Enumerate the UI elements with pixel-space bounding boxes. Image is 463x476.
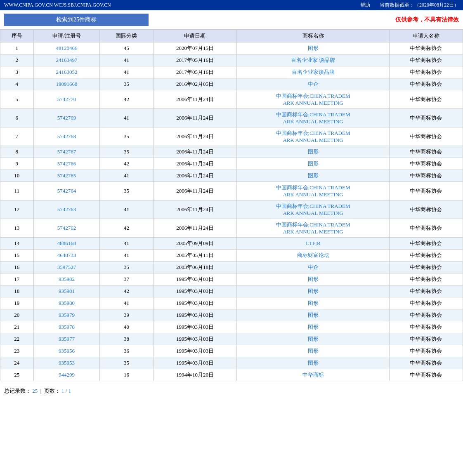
cell-class: 35 <box>100 127 153 146</box>
regno-link[interactable]: 5742764 <box>57 188 76 194</box>
regno-link[interactable]: 3597527 <box>57 264 76 270</box>
trademark-name-link[interactable]: 图形 <box>308 324 319 330</box>
regno-link[interactable]: 4886168 <box>57 240 76 246</box>
top-bar-links[interactable]: WWW.CNIPA.GOV.CN WCJS.SBJ.CNIPA.GOV.CN <box>4 2 111 8</box>
regno-link[interactable]: 5742768 <box>57 133 76 139</box>
cell-id: 8 <box>0 146 34 158</box>
cell-regno: 3597527 <box>33 262 100 273</box>
cell-class: 38 <box>100 333 153 345</box>
trademark-name-link[interactable]: 图形 <box>308 360 319 366</box>
cell-class: 35 <box>100 78 153 90</box>
regno-link[interactable]: 4648733 <box>57 252 76 258</box>
cell-regno: 935980 <box>33 297 100 309</box>
cell-name: 图形 <box>237 309 389 321</box>
trademark-name-link[interactable]: 百名企业家谈品牌 <box>292 69 335 75</box>
regno-link[interactable]: 5742769 <box>57 115 76 121</box>
cell-name: 中国商标年会;CHINA TRADEMARK ANNUAL MEETING <box>237 200 389 219</box>
cell-applicant: 中华商标协会 <box>389 345 463 357</box>
cell-date: 2006年11月24日 <box>153 158 237 170</box>
table-row: 3 24163052 41 2017年05月16日 百名企业家谈品牌 中华商标协… <box>0 66 463 78</box>
cell-applicant: 中华商标协会 <box>389 90 463 109</box>
trademark-name-link[interactable]: 图形 <box>308 160 319 167</box>
cell-class: 35 <box>100 146 153 158</box>
cell-applicant: 中华商标协会 <box>389 285 463 297</box>
cell-class: 35 <box>100 182 153 200</box>
cell-name: 图形 <box>237 158 389 170</box>
help-link[interactable]: 帮助 <box>360 2 370 8</box>
cell-applicant: 中华商标协会 <box>389 219 463 238</box>
regno-link[interactable]: 5742763 <box>57 206 76 212</box>
regno-link[interactable]: 5742766 <box>57 160 76 167</box>
cell-class: 45 <box>100 42 153 54</box>
regno-link[interactable]: 935982 <box>59 276 75 282</box>
cell-name: 图形 <box>237 285 389 297</box>
trademark-name-link[interactable]: 商标财富论坛 <box>297 252 329 258</box>
regno-link[interactable]: 5742765 <box>57 172 76 179</box>
trademark-name-link[interactable]: 图形 <box>308 300 319 306</box>
cell-name: 图形 <box>237 273 389 285</box>
col-header-date: 申请日期 <box>153 30 237 42</box>
regno-link[interactable]: 24163497 <box>56 57 77 63</box>
cell-applicant: 中华商标协会 <box>389 333 463 345</box>
cell-name: 图形 <box>237 357 389 369</box>
regno-link[interactable]: 5742770 <box>57 96 76 102</box>
cell-id: 15 <box>0 250 34 262</box>
trademark-name-link[interactable]: 图形 <box>308 288 319 294</box>
cell-date: 1995年03月03日 <box>153 309 237 321</box>
table-row: 23 935956 36 1995年03月03日 图形 中华商标协会 <box>0 345 463 357</box>
cell-id: 21 <box>0 321 34 333</box>
cell-class: 35 <box>100 262 153 273</box>
cell-date: 1995年03月03日 <box>153 297 237 309</box>
trademark-name-link[interactable]: 中国商标年会;CHINA TRADEMARK ANNUAL MEETING <box>276 203 350 216</box>
regno-link[interactable]: 5742767 <box>57 148 76 155</box>
cell-applicant: 中华商标协会 <box>389 182 463 200</box>
regno-link[interactable]: 944299 <box>59 372 75 378</box>
cell-name: 中国商标年会;CHINA TRADEMARK ANNUAL MEETING <box>237 127 389 146</box>
col-header-regno: 申请/注册号 <box>33 30 100 42</box>
trademark-name-link[interactable]: CTF;R <box>305 240 320 246</box>
trademark-name-link[interactable]: 图形 <box>308 148 319 155</box>
cell-class: 39 <box>100 309 153 321</box>
regno-link[interactable]: 935956 <box>59 348 75 354</box>
footer-page-value[interactable]: 1 / 1 <box>61 388 71 394</box>
regno-link[interactable]: 5742762 <box>57 225 76 231</box>
trademark-name-link[interactable]: 图形 <box>308 312 319 318</box>
trademark-name-link[interactable]: 图形 <box>308 348 319 354</box>
trademark-name-link[interactable]: 中国商标年会;CHINA TRADEMARK ANNUAL MEETING <box>276 93 350 106</box>
regno-link[interactable]: 48120466 <box>56 45 77 51</box>
trademark-name-link[interactable]: 图形 <box>308 336 319 342</box>
top-bar-right: 帮助 当前数据截至：（2020年08月22日） <box>360 2 459 9</box>
trademark-name-link[interactable]: 中华商标 <box>302 372 324 378</box>
cell-regno: 935977 <box>33 333 100 345</box>
cell-applicant: 中华商标协会 <box>389 170 463 182</box>
disclaimer: 仅供参考，不具有法律效 <box>395 16 459 24</box>
regno-link[interactable]: 935980 <box>59 300 75 306</box>
trademark-name-link[interactable]: 中国商标年会;CHINA TRADEMARK ANNUAL MEETING <box>276 111 350 125</box>
cell-class: 40 <box>100 321 153 333</box>
regno-link[interactable]: 24163052 <box>56 69 77 75</box>
regno-link[interactable]: 935977 <box>59 336 75 342</box>
regno-link[interactable]: 935979 <box>59 312 75 318</box>
trademark-name-link[interactable]: 图形 <box>308 276 319 282</box>
trademark-name-link[interactable]: 中企 <box>308 264 319 270</box>
trademark-name-link[interactable]: 图形 <box>308 45 319 51</box>
trademark-name-link[interactable]: 百名企业家 谈品牌 <box>291 57 335 63</box>
cell-class: 41 <box>100 200 153 219</box>
cell-applicant: 中华商标协会 <box>389 78 463 90</box>
cell-id: 2 <box>0 54 34 66</box>
trademark-name-link[interactable]: 中国商标年会;CHINA TRADEMARK ANNUAL MEETING <box>276 222 350 235</box>
cell-applicant: 中华商标协会 <box>389 250 463 262</box>
cell-date: 2005年09月09日 <box>153 238 237 250</box>
footer-total-value[interactable]: 25 <box>32 388 38 394</box>
regno-link[interactable]: 935978 <box>59 324 75 330</box>
regno-link[interactable]: 19091668 <box>56 81 77 87</box>
trademark-name-link[interactable]: 图形 <box>308 172 319 179</box>
regno-link[interactable]: 935953 <box>59 360 75 366</box>
cell-applicant: 中华商标协会 <box>389 309 463 321</box>
table-row: 17 935982 37 1995年03月03日 图形 中华商标协会 <box>0 273 463 285</box>
trademark-name-link[interactable]: 中国商标年会;CHINA TRADEMARK ANNUAL MEETING <box>276 184 350 198</box>
trademark-name-link[interactable]: 中国商标年会;CHINA TRADEMARK ANNUAL MEETING <box>276 130 350 143</box>
cell-date: 2016年02月05日 <box>153 78 237 90</box>
regno-link[interactable]: 935981 <box>59 288 75 294</box>
trademark-name-link[interactable]: 中企 <box>308 81 319 87</box>
